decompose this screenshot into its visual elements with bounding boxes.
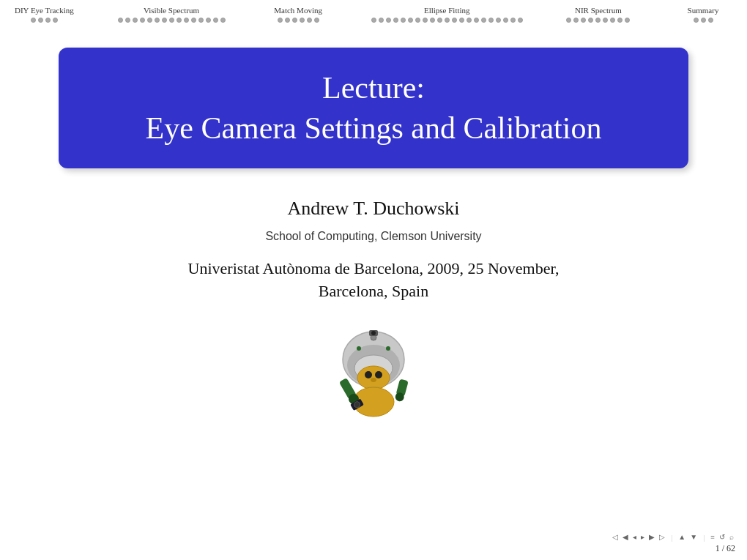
- dot: [206, 18, 211, 23]
- nav-section-summary[interactable]: Summary: [674, 6, 732, 23]
- page-counter: 1 / 62: [716, 543, 735, 554]
- nav-prev-button[interactable]: ◀: [621, 532, 630, 542]
- dot: [408, 18, 413, 23]
- dot: [518, 18, 523, 23]
- nav-title-nir: NIR Spectrum: [575, 6, 622, 15]
- dot: [45, 18, 51, 23]
- nav-title-ellipse: Ellipse Fitting: [424, 6, 470, 15]
- nav-down-button[interactable]: ▼: [688, 532, 699, 542]
- dot: [467, 18, 472, 23]
- author-name: Andrew T. Duchowski: [287, 198, 459, 220]
- dot: [140, 18, 145, 23]
- dot: [371, 18, 376, 23]
- nav-section-diy[interactable]: DIY Eye Tracking: [15, 6, 74, 23]
- nav-section-visible[interactable]: Visible Spectrum: [118, 6, 226, 23]
- dot: [147, 18, 152, 23]
- nav-up-button[interactable]: ▲: [677, 532, 687, 542]
- dot: [220, 18, 226, 23]
- nav-section-prev-button[interactable]: ◂: [631, 532, 638, 542]
- nav-search-button[interactable]: ⌕: [728, 532, 735, 542]
- dot: [503, 18, 508, 23]
- nav-dots-ellipse: [371, 18, 523, 23]
- dot: [595, 18, 601, 23]
- dot: [133, 18, 138, 23]
- dot: [481, 18, 486, 23]
- dot: [53, 18, 58, 23]
- dot: [191, 18, 196, 23]
- dot: [488, 18, 494, 23]
- dot: [292, 18, 297, 23]
- svg-point-19: [371, 331, 376, 335]
- dot: [307, 18, 312, 23]
- dot: [401, 18, 406, 23]
- dot: [176, 18, 182, 23]
- dot: [38, 18, 43, 23]
- dot: [314, 18, 319, 23]
- dot: [198, 18, 204, 23]
- dot: [617, 18, 622, 23]
- dot: [155, 18, 160, 23]
- dot: [379, 18, 384, 23]
- nav-last-button[interactable]: ▷: [658, 532, 666, 542]
- robot-svg: [308, 316, 439, 436]
- dot: [573, 18, 579, 23]
- nav-section-next-button[interactable]: ▸: [639, 532, 646, 542]
- dot: [184, 18, 189, 23]
- dot: [386, 18, 391, 23]
- dot: [393, 18, 398, 23]
- nav-section-nir[interactable]: NIR Spectrum: [566, 6, 630, 23]
- dot: [510, 18, 516, 23]
- nav-section-match[interactable]: Match Moving: [269, 6, 327, 23]
- dot: [125, 18, 130, 23]
- nav-title-diy: DIY Eye Tracking: [15, 6, 74, 15]
- dot: [162, 18, 167, 23]
- nav-first-button[interactable]: ◁: [611, 532, 620, 542]
- dot: [285, 18, 290, 23]
- dot: [430, 18, 435, 23]
- svg-point-6: [371, 378, 376, 382]
- svg-point-4: [365, 371, 372, 378]
- title-banner: Lecture: Eye Camera Settings and Calibra…: [59, 48, 688, 168]
- nav-title-summary: Summary: [688, 6, 719, 15]
- dot: [581, 18, 586, 23]
- dot: [300, 18, 305, 23]
- svg-point-5: [375, 371, 382, 378]
- nav-section-ellipse[interactable]: Ellipse Fitting: [371, 6, 523, 23]
- nav-dots-summary: [694, 18, 713, 23]
- dot: [625, 18, 630, 23]
- nav-dots-diy: [31, 18, 58, 23]
- navigation-icons[interactable]: ◁ ◀ ◂ ▸ ▶ ▷ | ▲ ▼ | ≡ ↺ ⌕: [611, 532, 735, 542]
- slide-title: Lecture: Eye Camera Settings and Calibra…: [103, 68, 644, 148]
- dot: [278, 18, 283, 23]
- dot: [437, 18, 442, 23]
- dot: [694, 18, 699, 23]
- dot: [169, 18, 174, 23]
- dot: [118, 18, 123, 23]
- nav-next-button[interactable]: ▶: [647, 532, 656, 542]
- dot: [708, 18, 713, 23]
- dot: [610, 18, 615, 23]
- dot: [474, 18, 479, 23]
- svg-point-16: [386, 346, 390, 351]
- bottom-controls: ◁ ◀ ◂ ▸ ▶ ▷ | ▲ ▼ | ≡ ↺ ⌕ 1 / 62: [611, 532, 735, 554]
- nav-dots-nir: [566, 18, 630, 23]
- conference-info: Univeristat Autònoma de Barcelona, 2009,…: [188, 258, 560, 303]
- dot: [213, 18, 218, 23]
- nav-dots-visible: [118, 18, 226, 23]
- dot: [445, 18, 450, 23]
- dot: [452, 18, 457, 23]
- dot: [496, 18, 501, 23]
- nav-title-visible: Visible Spectrum: [144, 6, 199, 15]
- nav-dots-match: [278, 18, 319, 23]
- institution-label: School of Computing, Clemson University: [265, 230, 481, 243]
- nav-menu-button[interactable]: ≡: [709, 532, 716, 542]
- nav-bar: DIY Eye Tracking Visible Spectrum: [0, 0, 747, 26]
- dot: [31, 18, 36, 23]
- nav-zoom-button[interactable]: ↺: [718, 532, 726, 542]
- dot: [566, 18, 571, 23]
- dot: [459, 18, 464, 23]
- dot: [588, 18, 593, 23]
- dot: [603, 18, 608, 23]
- robot-illustration: [308, 318, 439, 435]
- svg-point-15: [357, 346, 361, 351]
